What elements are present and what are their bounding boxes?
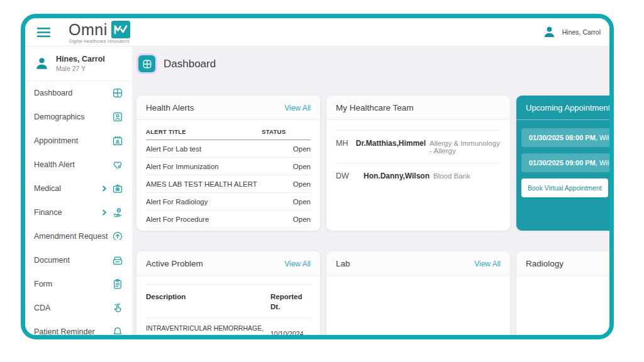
radiology-card: Radiology No data found. (516, 251, 609, 339)
lab-view-all-link[interactable]: View All (474, 260, 501, 268)
card-title: Health Alerts (146, 103, 194, 112)
sidebar-item[interactable]: Amendment Request (25, 224, 132, 248)
appointment-item[interactable]: 01/30/2025 09:00 PM, Wilson, Danny (521, 153, 609, 172)
sidebar-item-label: Patient Reminder (34, 327, 112, 336)
alert-status: Open (262, 198, 311, 206)
hamburger-menu-icon[interactable] (36, 27, 51, 38)
alert-title: Alert For Immunization (146, 163, 262, 170)
team-member-row[interactable]: DW Hon.Danny,Wilson Blood Bank (336, 163, 501, 189)
hand-click-icon (112, 302, 123, 314)
chevron-right-icon (101, 209, 108, 216)
dashboard-icon (138, 55, 155, 72)
card-title: Radiology (526, 259, 564, 268)
problem-description: INTRAVENTRICULAR HEMORRHAGE, GRADE 3, OF… (146, 324, 270, 339)
member-name: Dr.Matthias,Himmel (356, 139, 426, 148)
finance-hand-icon (112, 207, 123, 218)
column-status: STATUS (262, 128, 311, 135)
sidebar-item[interactable]: Form (25, 272, 132, 296)
sidebar-item[interactable]: Document (25, 248, 132, 272)
lab-empty-state: No data found. (326, 276, 510, 339)
brand-m-check-icon (111, 21, 130, 38)
sidebar-item-label: Dashboard (34, 89, 112, 97)
sidebar-item[interactable]: Finance (25, 200, 132, 224)
sidebar-menu: Dashboard Demographics (25, 81, 132, 339)
upcoming-appointments-card: Upcoming Appointments 01/30/2025 08:00 P… (516, 96, 609, 231)
brand-logo: Omni Digital Healthcare Innovators (69, 21, 130, 43)
alert-status: Open (262, 180, 311, 188)
card-title: My Healthcare Team (336, 103, 414, 112)
calendar-icon (112, 135, 123, 146)
sidebar-item-label: Finance (34, 208, 101, 217)
bell-icon (112, 326, 123, 337)
page-title: Dashboard (138, 55, 609, 72)
sidebar-item-label: Appointment (34, 136, 112, 145)
problem-row[interactable]: INTRAVENTRICULAR HEMORRHAGE, GRADE 3, OF… (146, 318, 311, 339)
alert-title: Alert For Procedure (146, 216, 262, 223)
card-title: Lab (336, 259, 350, 268)
sidebar-item-label: Demographics (34, 112, 112, 121)
sidebar-item[interactable]: Appointment (25, 129, 132, 153)
radiology-empty-state: No data found. (516, 276, 609, 339)
chevron-right-icon (101, 185, 108, 192)
member-initials: DW (336, 172, 364, 180)
alert-row[interactable]: Alert For Procedure Open (146, 211, 311, 228)
alert-title: AMES LAB TEST HEALTH ALERT (146, 180, 262, 188)
sidebar-item[interactable]: Health Alert (25, 153, 132, 177)
column-description: Description (146, 292, 270, 312)
appointment-datetime: 01/30/2025 09:00 PM (529, 159, 596, 167)
appointment-attendee: , Wilson, Danny (596, 134, 609, 141)
sidebar-item-label: CDA (34, 304, 112, 312)
team-member-row[interactable]: MH Dr.Matthias,Himmel Allergy & Immunolo… (336, 130, 501, 163)
appointment-item[interactable]: 01/30/2025 08:00 PM, Wilson, Danny (521, 128, 609, 147)
sidebar-item-label: Amendment Request (34, 232, 112, 241)
column-alert-title: ALERT TITLE (146, 128, 262, 135)
sidebar-item[interactable]: Demographics (25, 105, 132, 129)
brand-tagline: Digital Healthcare Innovators (69, 39, 130, 43)
member-initials: MH (336, 139, 356, 148)
page-title-label: Dashboard (164, 58, 216, 70)
document-tray-icon (112, 255, 123, 266)
alert-status: Open (262, 216, 311, 223)
alert-status: Open (262, 163, 311, 170)
patient-name: Hines, Carrol (56, 55, 105, 63)
patient-meta: Male 27 Y (56, 65, 105, 72)
sidebar-item[interactable]: Patient Reminder (25, 320, 132, 339)
active-problem-view-all-link[interactable]: View All (284, 260, 311, 268)
card-title: Active Problem (146, 259, 203, 268)
alerts-table-header: ALERT TITLE STATUS (146, 120, 311, 140)
main-content: Dashboard Health Alerts View All ALERT T… (133, 47, 609, 339)
alert-title: Alert For Radiology (146, 198, 262, 206)
member-specialty: Blood Bank (433, 172, 470, 180)
heart-stethoscope-icon (112, 159, 123, 170)
dashboard-grid-icon (112, 87, 123, 99)
user-menu[interactable]: Hines, Carrol (541, 25, 601, 40)
sidebar-item-label: Document (34, 256, 112, 265)
alert-title: Alert For Lab test (146, 145, 262, 153)
appointment-attendee: , Wilson, Danny (596, 159, 609, 167)
top-bar: Omni Digital Healthcare Innovators Hines… (25, 18, 609, 47)
column-reported-date: Reported Dt. (270, 292, 311, 312)
active-problem-card: Active Problem View All Description Repo… (136, 251, 320, 339)
sidebar: Hines, Carrol Male 27 Y Dashboard (25, 47, 133, 339)
healthcare-team-card: My Healthcare Team MH Dr.Matthias,Himmel… (326, 96, 510, 231)
card-title: Upcoming Appointments (526, 103, 609, 112)
brand-name: Omni (69, 22, 108, 38)
problem-table-header: Description Reported Dt. (146, 284, 311, 318)
health-alerts-card: Health Alerts View All ALERT TITLE STATU… (136, 96, 320, 231)
member-specialty: Allergy & Immunology - Allergy (430, 140, 501, 155)
clipboard-icon (112, 278, 123, 290)
alert-row[interactable]: Alert For Lab test Open (146, 140, 311, 158)
alert-row[interactable]: Alert For Immunization Open (146, 158, 311, 175)
alert-row[interactable]: AMES LAB TEST HEALTH ALERT Open (146, 175, 311, 193)
id-card-icon (112, 111, 123, 123)
sidebar-item[interactable]: Medical (25, 177, 132, 200)
alert-row[interactable]: Alert For Radiology Open (146, 193, 311, 211)
member-name: Hon.Danny,Wilson (364, 172, 430, 180)
sidebar-item[interactable]: CDA (25, 296, 132, 320)
sidebar-item-label: Medical (34, 184, 101, 193)
health-alerts-view-all-link[interactable]: View All (284, 104, 311, 112)
sidebar-patient-info[interactable]: Hines, Carrol Male 27 Y (25, 47, 132, 81)
book-virtual-appointment-button[interactable]: Book Virtual Appointment (521, 178, 608, 197)
medical-camera-icon (112, 183, 123, 194)
sidebar-item[interactable]: Dashboard (25, 81, 132, 105)
